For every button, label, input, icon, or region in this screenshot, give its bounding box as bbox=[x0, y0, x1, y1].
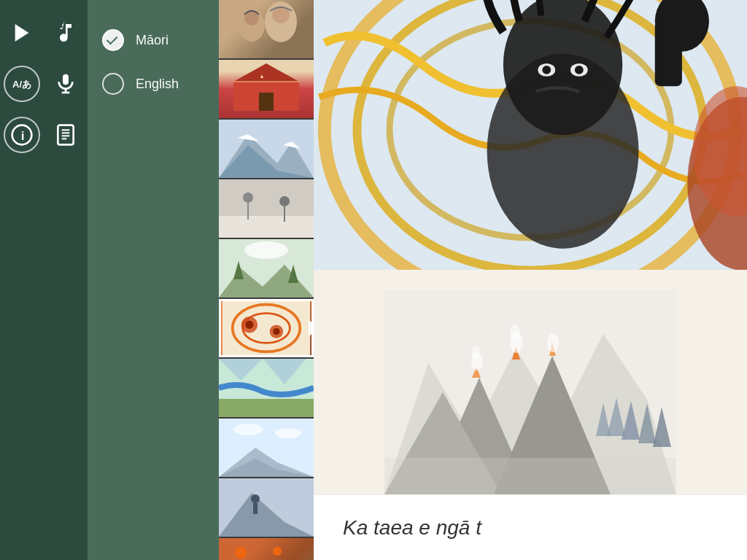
sidebar-row-top: ♩ bbox=[0, 15, 88, 51]
svg-rect-19 bbox=[259, 93, 274, 111]
svg-point-44 bbox=[273, 328, 279, 335]
thumbnail-6-active[interactable] bbox=[219, 299, 314, 357]
landscape-scene bbox=[314, 290, 747, 494]
translate-button[interactable]: A/あ bbox=[4, 66, 40, 102]
caption-area: Ka taea e ngā t bbox=[314, 494, 747, 560]
svg-point-56 bbox=[251, 494, 260, 503]
svg-point-90 bbox=[471, 346, 480, 359]
language-panel: Māori English bbox=[88, 0, 219, 560]
thumbnail-3[interactable] bbox=[219, 120, 314, 178]
svg-point-60 bbox=[235, 547, 247, 559]
svg-rect-3 bbox=[63, 74, 69, 85]
warrior-scene bbox=[314, 0, 747, 270]
svg-point-43 bbox=[245, 321, 253, 329]
svg-rect-8 bbox=[58, 125, 73, 145]
thumbnail-strip: ▲ bbox=[219, 0, 314, 560]
svg-marker-0 bbox=[15, 24, 29, 42]
thumbnail-1[interactable] bbox=[219, 0, 314, 58]
svg-point-93 bbox=[547, 333, 559, 352]
svg-rect-69 bbox=[655, 21, 682, 86]
thumbnail-4[interactable] bbox=[219, 179, 314, 238]
svg-rect-57 bbox=[253, 503, 258, 514]
thumbnail-2[interactable]: ▲ bbox=[219, 60, 314, 118]
info-button[interactable]: i bbox=[4, 117, 40, 153]
svg-point-72 bbox=[542, 66, 551, 74]
music-button[interactable]: ♩ bbox=[47, 15, 84, 51]
english-option[interactable]: English bbox=[102, 73, 204, 95]
svg-point-53 bbox=[275, 428, 301, 438]
maori-option[interactable]: Māori bbox=[102, 29, 204, 51]
maori-label: Māori bbox=[136, 33, 169, 48]
thumbnail-8[interactable] bbox=[219, 419, 314, 477]
svg-text:♩: ♩ bbox=[59, 21, 64, 31]
sidebar-row-middle: A/あ bbox=[0, 66, 88, 102]
thumbnail-9[interactable] bbox=[219, 478, 314, 537]
thumbnail-10[interactable] bbox=[219, 538, 314, 560]
active-arrow bbox=[309, 319, 314, 337]
thumbnail-7[interactable] bbox=[219, 359, 314, 417]
svg-point-92 bbox=[510, 324, 520, 341]
svg-rect-58 bbox=[219, 538, 314, 560]
svg-point-35 bbox=[244, 241, 288, 259]
svg-point-73 bbox=[575, 66, 584, 74]
thumbnail-5[interactable] bbox=[219, 239, 314, 298]
english-radio[interactable] bbox=[102, 73, 124, 95]
main-content: Ka taea e ngā t bbox=[314, 0, 747, 560]
play-button[interactable] bbox=[4, 15, 40, 51]
svg-point-31 bbox=[279, 196, 290, 206]
main-illustration: Ka taea e ngā t bbox=[314, 0, 747, 560]
microphone-button[interactable] bbox=[47, 66, 84, 102]
caption-text: Ka taea e ngā t bbox=[343, 516, 481, 540]
svg-rect-28 bbox=[219, 179, 314, 216]
svg-point-52 bbox=[233, 424, 263, 435]
svg-rect-38 bbox=[222, 301, 310, 355]
svg-rect-27 bbox=[219, 216, 314, 238]
sidebar-row-bottom: i bbox=[0, 117, 88, 153]
left-sidebar: ♩ A/あ i bbox=[0, 0, 88, 560]
english-label: English bbox=[136, 77, 179, 92]
svg-rect-94 bbox=[384, 458, 676, 494]
maori-radio[interactable] bbox=[102, 29, 124, 51]
svg-text:i: i bbox=[21, 128, 25, 143]
svg-marker-46 bbox=[219, 399, 314, 417]
notes-button[interactable] bbox=[47, 117, 84, 153]
svg-marker-18 bbox=[233, 63, 299, 82]
svg-point-29 bbox=[243, 192, 253, 203]
svg-text:▲: ▲ bbox=[259, 73, 265, 79]
svg-point-61 bbox=[273, 547, 282, 556]
